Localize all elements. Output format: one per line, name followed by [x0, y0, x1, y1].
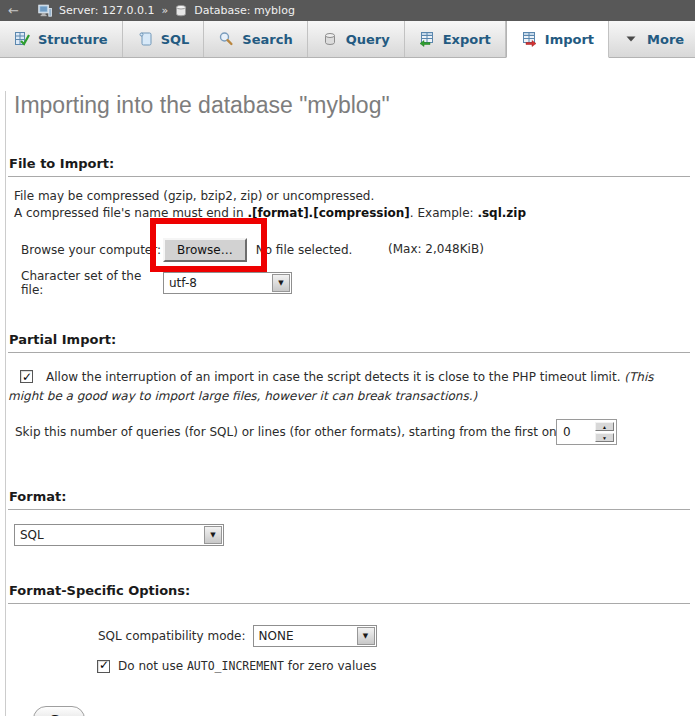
tab-query[interactable]: Query	[308, 21, 405, 57]
breadcrumb-database-link[interactable]: Database: myblog	[194, 4, 295, 17]
section-title-partial-import: Partial Import:	[8, 332, 690, 353]
file-upload-row: Browse your computer: Browse… No file se…	[8, 237, 693, 263]
tab-more[interactable]: More	[609, 21, 695, 57]
skip-queries-label: Skip this number of queries (for SQL) or…	[15, 425, 568, 439]
export-icon	[419, 31, 435, 47]
breadcrumb-server-link[interactable]: Server: 127.0.0.1	[59, 4, 155, 17]
page-title: Importing into the database "myblog"	[14, 91, 693, 119]
tab-export[interactable]: Export	[405, 21, 506, 57]
go-button[interactable]: Go	[33, 706, 85, 716]
charset-label: Character set of the file:	[21, 269, 163, 297]
tab-label: Export	[443, 32, 491, 47]
chevron-down-icon	[623, 31, 639, 47]
tab-label: Query	[346, 32, 390, 47]
auto-increment-row: ✓ Do not use AUTO_INCREMENT for zero val…	[8, 659, 693, 673]
tab-structure[interactable]: Structure	[0, 21, 123, 57]
search-icon	[218, 31, 234, 47]
format-select[interactable]: SQL ▼	[14, 524, 224, 546]
submit-row: Go	[8, 706, 693, 716]
allow-interrupt-label: Allow the interruption of an import in c…	[46, 370, 624, 384]
database-icon	[175, 4, 187, 17]
tab-import[interactable]: Import	[506, 21, 609, 58]
compression-help-text: File may be compressed (gzip, bzip2, zip…	[14, 188, 693, 222]
browse-label: Browse your computer:	[21, 243, 163, 257]
section-title-file-to-import: File to Import:	[8, 156, 690, 177]
charset-selected-value: utf-8	[169, 276, 197, 290]
back-arrow-icon[interactable]: ←	[8, 3, 19, 18]
query-icon	[322, 31, 338, 47]
browse-button[interactable]: Browse…	[163, 238, 247, 262]
tab-label: More	[647, 32, 684, 47]
structure-icon	[14, 31, 30, 47]
max-upload-size: (Max: 2,048KiB)	[388, 242, 484, 256]
chevron-down-icon[interactable]: ▼	[204, 526, 222, 544]
charset-row: Character set of the file: utf-8 ▼	[8, 272, 693, 294]
skip-queries-input-wrap: ▲ ▼	[556, 419, 617, 445]
spinner-down-button[interactable]: ▼	[595, 433, 614, 442]
sql-compat-label: SQL compatibility mode:	[98, 629, 246, 643]
main-content: Importing into the database "myblog" Fil…	[5, 91, 695, 716]
breadcrumb-separator: »	[161, 4, 168, 17]
host-icon	[38, 4, 52, 18]
breadcrumb: ← Server: 127.0.0.1 » Database: myblog	[0, 0, 695, 21]
sql-compat-row: SQL compatibility mode: NONE ▼	[8, 625, 693, 647]
no-file-selected-text: No file selected.	[256, 243, 353, 257]
allow-interrupt-row: ✓Allow the interruption of an import in …	[8, 368, 687, 406]
tab-label: Import	[545, 32, 594, 47]
tab-label: Structure	[38, 32, 108, 47]
auto-increment-checkbox[interactable]: ✓	[97, 660, 110, 673]
sql-compat-selected-value: NONE	[259, 629, 294, 643]
spinner-up-button[interactable]: ▲	[595, 422, 614, 431]
tab-sql[interactable]: SQL	[123, 21, 205, 57]
checkmark-icon: ✓	[22, 368, 32, 387]
sql-icon	[137, 31, 153, 47]
charset-select[interactable]: utf-8 ▼	[163, 272, 292, 294]
tab-label: Search	[242, 32, 292, 47]
section-title-format: Format:	[8, 489, 690, 510]
tab-search[interactable]: Search	[204, 21, 307, 57]
sql-compat-select[interactable]: NONE ▼	[253, 625, 377, 647]
checkmark-icon: ✓	[99, 658, 109, 672]
section-title-format-specific: Format-Specific Options:	[8, 583, 690, 604]
chevron-down-icon[interactable]: ▼	[272, 274, 290, 292]
chevron-down-icon[interactable]: ▼	[357, 627, 375, 645]
skip-queries-input[interactable]	[559, 422, 595, 442]
skip-queries-row: Skip this number of queries (for SQL) or…	[8, 419, 693, 446]
tab-bar: Structure SQL Search Query	[0, 21, 695, 58]
spinner-buttons: ▲ ▼	[595, 422, 614, 442]
allow-interrupt-checkbox[interactable]: ✓	[20, 370, 33, 383]
tab-label: SQL	[161, 32, 190, 47]
format-selected-value: SQL	[20, 528, 44, 542]
auto-increment-label: Do not use AUTO_INCREMENT for zero value…	[118, 659, 377, 673]
import-icon	[521, 31, 537, 47]
